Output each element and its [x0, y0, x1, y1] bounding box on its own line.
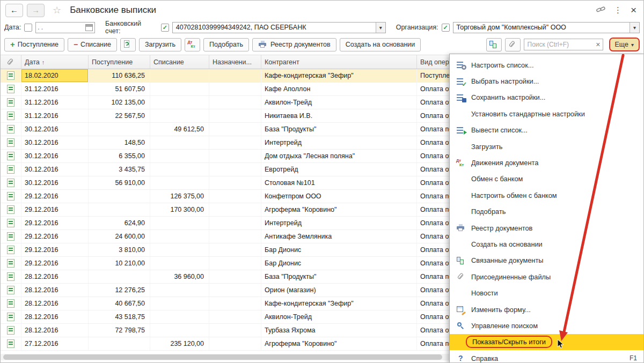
date-cell: 29.12.2016	[21, 217, 89, 229]
menu-item[interactable]: Установить стандартные настройки	[450, 106, 643, 122]
writeoff-cell: 235 120,00	[150, 337, 209, 350]
menu-item[interactable]: Новости	[450, 285, 643, 301]
date-cell: 28.12.2016	[21, 297, 89, 310]
attachment-column-header[interactable]	[0, 55, 21, 69]
menu-item[interactable]: Сохранить настройки...	[450, 90, 643, 106]
menu-item[interactable]: Настроить список...	[450, 57, 643, 73]
menu-item[interactable]: Показать/Скрыть итоги	[450, 334, 643, 350]
menu-item-label: Движения документа	[471, 159, 538, 167]
related-documents-button[interactable]	[486, 38, 502, 51]
create-based-on-button[interactable]: Создать на основании	[340, 38, 421, 51]
receipt-cell: 43 518,75	[89, 310, 150, 323]
purpose-column-header[interactable]: Назначени...	[209, 55, 261, 69]
document-registry-button[interactable]: Реестр документов	[252, 38, 336, 51]
clear-search-icon[interactable]	[596, 40, 600, 49]
bank-account-value: 40702810399994349242, ПАО СБЕРБАНК	[173, 24, 376, 31]
receipt-cell: 72 798,75	[89, 324, 150, 337]
date-cell: 30.12.2016	[21, 163, 89, 176]
window-options-icon[interactable]	[614, 5, 622, 15]
menu-item[interactable]: Справка F1	[450, 350, 643, 363]
horizontal-scrollbar[interactable]	[0, 354, 449, 360]
writeoff-cell	[150, 163, 209, 176]
menu-item[interactable]: Присоединенные файлы	[450, 269, 643, 285]
date-cell: 29.12.2016	[21, 203, 89, 216]
receipt-cell	[89, 203, 150, 216]
more-menu: Настроить список... Выбрать настройки...…	[449, 54, 644, 363]
menu-item[interactable]: Движения документа	[450, 154, 643, 171]
add-receipt-button[interactable]: Поступление	[4, 38, 64, 51]
bank-account-dropdown[interactable]	[376, 23, 385, 33]
load-button[interactable]: Загрузить	[139, 38, 181, 51]
organization-select[interactable]: Торговый дом "Комплексный" ООО	[453, 22, 640, 33]
menu-item[interactable]: Загрузить	[450, 138, 643, 154]
topbar-actions	[596, 4, 639, 16]
document-movements-button[interactable]	[185, 38, 200, 51]
favorite-star-icon[interactable]	[53, 4, 61, 16]
date-filter-input[interactable]: . .	[35, 22, 95, 33]
bank-account-select[interactable]: 40702810399994349242, ПАО СБЕРБАНК	[172, 22, 386, 33]
organization-dropdown[interactable]	[630, 23, 639, 33]
link-icon[interactable]	[596, 5, 605, 16]
purpose-cell	[209, 203, 261, 216]
scrollbar-thumb[interactable]	[3, 354, 442, 360]
receipt-column-header[interactable]: Поступление	[89, 55, 150, 69]
receipt-cell: 56 910,00	[89, 176, 150, 189]
dtkt-icon	[188, 40, 197, 49]
writeoff-cell	[150, 257, 209, 270]
back-button[interactable]	[5, 4, 23, 17]
post-document-button[interactable]	[120, 38, 136, 51]
writeoff-column-header[interactable]: Списание	[150, 55, 209, 69]
menu-item[interactable]: Реестр документов	[450, 220, 643, 236]
menu-item-icon	[456, 289, 466, 298]
date-cell: 28.12.2016	[21, 310, 89, 323]
menu-item-label: Вывести список...	[471, 126, 528, 134]
org-filter-checkbox[interactable]	[442, 24, 450, 32]
forward-button[interactable]	[27, 4, 45, 17]
date-column-header[interactable]: Дата	[21, 55, 89, 69]
menu-item-icon	[456, 208, 466, 216]
writeoff-cell: 126 375,00	[150, 190, 209, 203]
posted-document-icon	[7, 339, 14, 348]
menu-item[interactable]: Обмен с банком	[450, 171, 643, 187]
close-icon[interactable]	[631, 4, 636, 16]
more-button[interactable]: Еще	[609, 38, 640, 51]
receipt-cell: 624,90	[89, 217, 150, 229]
add-writeoff-button[interactable]: Списание	[68, 38, 117, 51]
receipt-cell	[89, 123, 150, 136]
purpose-cell	[209, 257, 261, 270]
date-cell: 29.12.2016	[21, 230, 89, 243]
counterparty-cell: Кафе Аполлон	[261, 83, 417, 95]
menu-item[interactable]: Выбрать настройки...	[450, 73, 643, 89]
counterparty-cell: Орион (магазин)	[261, 284, 417, 297]
writeoff-cell	[150, 243, 209, 256]
attachments-button[interactable]	[505, 38, 521, 51]
search-input[interactable]	[526, 40, 596, 49]
printer-icon	[258, 40, 268, 49]
chevron-down-icon	[379, 24, 382, 31]
menu-item[interactable]: Управление поиском	[450, 317, 643, 334]
pick-button[interactable]: Подобрать	[203, 38, 249, 51]
date-cell: 30.12.2016	[21, 150, 89, 162]
date-cell: 29.12.2016	[21, 243, 89, 256]
menu-item[interactable]: Создать на основании	[450, 236, 643, 252]
calendar-icon[interactable]	[85, 24, 93, 31]
account-filter-checkbox[interactable]	[161, 24, 169, 32]
date-cell: 30.12.2016	[21, 123, 89, 136]
menu-item-icon	[456, 224, 466, 232]
date-cell: 27.12.2016	[21, 337, 89, 350]
menu-item[interactable]: Вывести список...	[450, 122, 643, 138]
purpose-cell	[209, 96, 261, 109]
menu-item-label: Показать/Скрыть итоги	[466, 336, 552, 348]
menu-item[interactable]: Настроить обмен с банком	[450, 187, 643, 203]
date-cell: 31.12.2016	[21, 109, 89, 122]
menu-item[interactable]: Связанные документы	[450, 253, 643, 269]
date-filter-checkbox[interactable]	[24, 24, 32, 32]
menu-item[interactable]: Подобрать	[450, 204, 643, 220]
posted-document-icon	[7, 326, 14, 335]
counterparty-column-header[interactable]: Контрагент	[261, 55, 417, 69]
menu-item[interactable]: Изменить форму...	[450, 301, 643, 317]
writeoff-cell: 170 300,00	[150, 203, 209, 216]
search-field[interactable]	[524, 39, 603, 50]
counterparty-cell: Антикафе Земляника	[261, 230, 417, 243]
paperclip-icon	[508, 40, 517, 49]
